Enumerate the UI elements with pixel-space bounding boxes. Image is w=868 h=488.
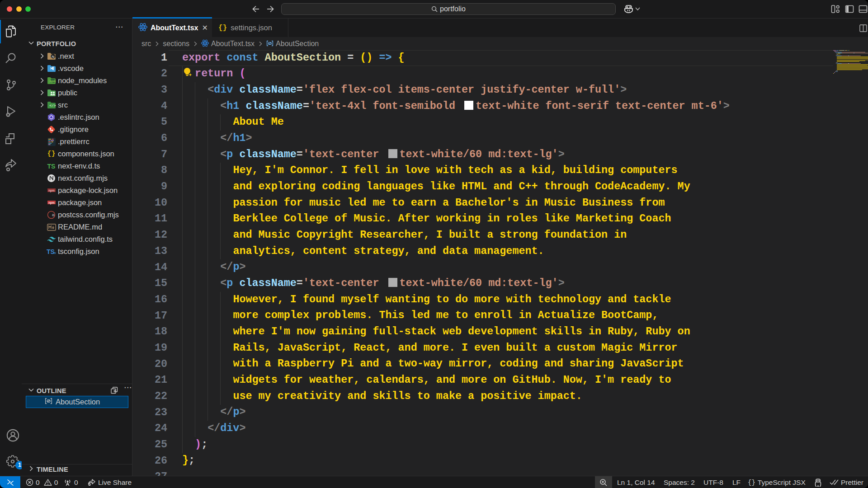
svg-text:npm: npm <box>49 80 56 83</box>
svg-text:N: N <box>52 55 54 59</box>
svg-text:npm: npm <box>48 201 55 205</box>
svg-text:npm: npm <box>48 189 55 192</box>
svg-text:</>: </> <box>49 103 56 108</box>
